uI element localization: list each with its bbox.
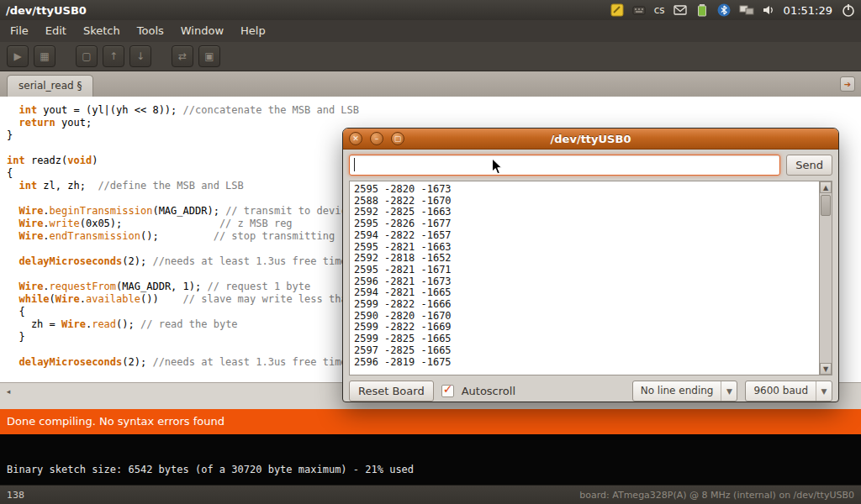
scrollbar-thumb[interactable] xyxy=(821,195,831,216)
line-ending-select[interactable]: No line ending ▼ xyxy=(632,381,738,402)
serial-monitor-button[interactable]: ▣ xyxy=(198,45,220,67)
upload-button[interactable]: ⇄ xyxy=(172,45,193,67)
serial-monitor-controls: Reset Board ✓ Autoscroll No line ending … xyxy=(343,375,838,407)
menu-item-help[interactable]: Help xyxy=(232,20,274,42)
serial-output-line: 2596 -2821 -1673 xyxy=(354,276,827,288)
footer-status-bar: 138 board: ATmega328P(A) @ 8 MHz (intern… xyxy=(0,485,861,504)
checkmark-icon: ✓ xyxy=(443,382,453,396)
serial-output-line: 2595 -2821 -1663 xyxy=(354,242,827,254)
serial-send-input[interactable] xyxy=(349,155,780,176)
scroll-down-icon[interactable]: ▼ xyxy=(820,363,832,375)
tab-serial-read[interactable]: serial_read § xyxy=(7,75,93,97)
note-indicator-icon[interactable] xyxy=(610,3,624,17)
serial-scrollbar[interactable]: ▲ ▼ xyxy=(819,181,832,375)
tab-menu-button[interactable]: ➔ xyxy=(840,76,855,92)
mail-icon[interactable] xyxy=(673,3,687,17)
autoscroll-label: Autoscroll xyxy=(462,385,515,397)
serial-output-line: 2595 -2820 -1673 xyxy=(354,184,827,196)
menubar: FileEditSketchToolsWindowHelp xyxy=(0,20,861,42)
tab-bar: serial_read § ➔ xyxy=(0,71,861,97)
serial-output-area[interactable]: 2595 -2820 -16732588 -2822 -16702592 -28… xyxy=(349,181,832,375)
minimize-icon[interactable]: – xyxy=(370,132,383,145)
session-power-icon[interactable] xyxy=(841,3,856,18)
scroll-up-icon[interactable]: ▲ xyxy=(820,181,832,193)
menu-item-window[interactable]: Window xyxy=(172,20,232,42)
serial-output-line: 2590 -2820 -1670 xyxy=(354,311,827,323)
serial-output-line: 2592 -2825 -1663 xyxy=(354,207,827,218)
system-tray: cs 01:51:29 xyxy=(610,3,856,18)
reset-board-button[interactable]: Reset Board xyxy=(349,381,434,402)
menu-item-file[interactable]: File xyxy=(2,20,37,42)
serial-output-line: 2599 -2822 -1666 xyxy=(354,299,827,311)
window-controls: ✕ – ▢ xyxy=(349,132,404,145)
maximize-icon[interactable]: ▢ xyxy=(391,132,404,145)
serial-output-line: 2588 -2822 -1670 xyxy=(354,196,827,207)
menu-item-edit[interactable]: Edit xyxy=(37,20,75,42)
keyboard-icon[interactable] xyxy=(632,3,646,17)
chevron-down-icon[interactable]: ▼ xyxy=(721,381,737,401)
clock[interactable]: 01:51:29 xyxy=(784,4,832,17)
serial-output-line: 2594 -2822 -1657 xyxy=(354,230,827,242)
serial-output-line: 2592 -2818 -1652 xyxy=(354,253,827,265)
code-line: int yout = (yl|(yh << 8)); //concatenate… xyxy=(7,104,861,117)
toolbar: ▶▦▢↑↓⇄▣ xyxy=(0,42,861,71)
serial-output-line: 2599 -2822 -1669 xyxy=(354,322,827,333)
compile-status-text: Done compiling. No syntax errors found xyxy=(7,415,224,428)
serial-output-line: 2594 -2821 -1665 xyxy=(354,287,827,299)
serial-monitor-window: ✕ – ▢ /dev/ttyUSB0 Send 2595 -2820 -1673… xyxy=(342,128,839,402)
top-panel: /dev/ttyUSB0 cs xyxy=(0,0,861,20)
line-ending-value: No line ending xyxy=(633,381,721,401)
new-button[interactable]: ▢ xyxy=(76,45,98,67)
serial-output-line: 2595 -2826 -1677 xyxy=(354,218,827,230)
board-info: board: ATmega328P(A) @ 8 MHz (internal) … xyxy=(579,490,854,501)
keyboard-layout-indicator[interactable]: cs xyxy=(654,4,665,16)
verify-button[interactable]: ▶ xyxy=(7,45,29,67)
stop-button[interactable]: ▦ xyxy=(34,45,55,67)
autoscroll-checkbox[interactable]: ✓ xyxy=(441,385,454,397)
serial-output-line: 2596 -2819 -1675 xyxy=(354,357,827,369)
serial-output-line: 2599 -2825 -1665 xyxy=(354,333,827,345)
serial-output-line: 2595 -2821 -1671 xyxy=(354,265,827,276)
serial-output-line: 2597 -2825 -1665 xyxy=(354,345,827,357)
serial-monitor-titlebar[interactable]: ✕ – ▢ /dev/ttyUSB0 xyxy=(343,129,838,150)
bluetooth-icon[interactable] xyxy=(717,3,731,17)
close-icon[interactable]: ✕ xyxy=(349,132,362,145)
console-output: Binary sketch size: 6542 bytes (of a 307… xyxy=(0,434,861,485)
screen: /dev/ttyUSB0 cs xyxy=(0,0,861,504)
menu-item-tools[interactable]: Tools xyxy=(129,20,172,42)
volume-icon[interactable] xyxy=(763,3,775,17)
hscroll-left-arrow-icon[interactable]: ◂ xyxy=(3,386,14,396)
battery-icon[interactable] xyxy=(695,3,709,17)
baud-rate-select[interactable]: 9600 baud ▼ xyxy=(745,381,832,402)
serial-output: 2595 -2820 -16732588 -2822 -16702592 -28… xyxy=(350,181,832,375)
compile-status-bar: Done compiling. No syntax errors found xyxy=(0,409,861,434)
menu-item-sketch[interactable]: Sketch xyxy=(75,20,129,42)
serial-input-row: Send xyxy=(343,150,838,178)
line-number-indicator: 138 xyxy=(7,490,24,501)
chevron-down-icon[interactable]: ▼ xyxy=(816,381,832,401)
text-caret xyxy=(354,158,355,171)
open-button[interactable]: ↑ xyxy=(103,45,124,67)
send-button[interactable]: Send xyxy=(786,155,832,176)
baud-rate-value: 9600 baud xyxy=(746,381,816,401)
save-button[interactable]: ↓ xyxy=(129,45,151,67)
window-title: /dev/ttyUSB0 xyxy=(6,4,87,17)
network-icon[interactable] xyxy=(739,4,754,16)
serial-monitor-title: /dev/ttyUSB0 xyxy=(343,133,838,145)
console-line: Binary sketch size: 6542 bytes (of a 307… xyxy=(7,464,854,475)
